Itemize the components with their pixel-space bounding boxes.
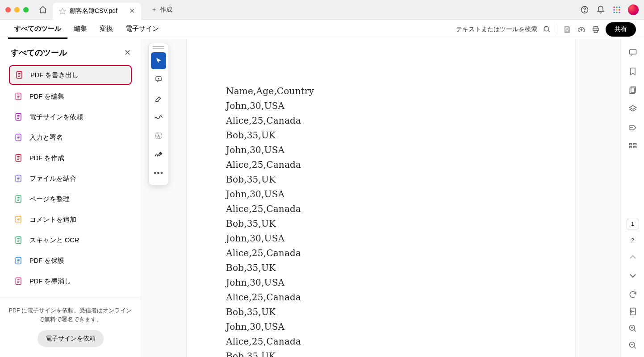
save-icon[interactable] — [563, 25, 572, 34]
draw-tool[interactable] — [151, 108, 166, 125]
document-text-line: John,30,USA — [226, 187, 536, 202]
comment-panel-icon[interactable] — [627, 47, 638, 58]
user-avatar[interactable] — [628, 4, 639, 15]
notification-icon[interactable] — [596, 5, 606, 15]
document-text-line: Alice,25,Canada — [226, 202, 536, 216]
redact-pdf-tool[interactable]: PDF を墨消し — [9, 272, 132, 290]
fill-sign-tool[interactable]: 入力と署名 — [9, 129, 132, 146]
svg-rect-42 — [633, 146, 636, 148]
redact-pdf-icon — [14, 277, 23, 286]
fit-width-icon[interactable] — [627, 306, 638, 317]
home-button[interactable] — [37, 4, 49, 16]
request-esign-button[interactable]: 電子サインを依頼 — [38, 330, 104, 347]
bookmark-panel-icon[interactable] — [627, 66, 638, 77]
tool-label: PDF を保護 — [29, 257, 64, 265]
sign-tool[interactable] — [151, 146, 166, 163]
document-text-line: John,30,USA — [226, 275, 536, 290]
document-text-line: Alice,25,Canada — [226, 113, 536, 128]
close-window-button[interactable] — [5, 7, 11, 12]
add-comment-tool[interactable]: コメントを追加 — [9, 211, 132, 228]
create-pdf-tool[interactable]: PDF を作成 — [9, 149, 132, 167]
export-pdf-tool[interactable]: PDF を書き出し — [9, 65, 132, 85]
svg-point-2 — [584, 11, 585, 12]
add-comment-icon — [14, 215, 23, 224]
select-tool[interactable] — [151, 52, 166, 69]
svg-point-12 — [544, 26, 549, 31]
page-up-button[interactable] — [627, 252, 638, 262]
highlight-tool[interactable] — [151, 90, 166, 107]
compress-pdf-tool[interactable]: PDF を圧縮 — [9, 293, 132, 298]
document-text-line: Bob,35,UK — [226, 216, 536, 231]
document-page: Name,Age,CountryJohn,30,USAAlice,25,Cana… — [187, 39, 575, 357]
document-text-line: John,30,USA — [226, 143, 536, 158]
zoom-out-icon[interactable] — [627, 340, 638, 351]
print-icon[interactable] — [591, 25, 600, 34]
toolbox-drag-handle[interactable] — [153, 46, 164, 49]
document-viewport[interactable]: Name,Age,CountryJohn,30,USAAlice,25,Cana… — [141, 39, 621, 357]
apps-icon[interactable] — [612, 5, 622, 15]
create-pdf-icon — [14, 154, 23, 162]
svg-point-3 — [614, 6, 615, 8]
plus-icon: ＋ — [151, 6, 157, 14]
menu-item[interactable]: 電子サイン — [119, 20, 165, 39]
tags-panel-icon[interactable] — [627, 122, 638, 133]
tool-label: 入力と署名 — [29, 133, 63, 142]
zoom-in-icon[interactable] — [627, 323, 638, 334]
cloud-upload-icon[interactable] — [577, 25, 586, 34]
document-text-line: Bob,35,UK — [226, 128, 536, 143]
organize-pages-tool[interactable]: ページを整理 — [9, 190, 132, 208]
organize-pages-icon — [14, 195, 23, 203]
edit-pdf-tool[interactable]: PDF を編集 — [9, 87, 132, 105]
svg-rect-36 — [629, 50, 636, 54]
sidebar-footer-text: PDF に電子サインを依頼。受信者はオンラインで無料で署名できます。 — [8, 306, 133, 324]
search-hint[interactable]: テキストまたはツールを検索 — [456, 25, 537, 33]
svg-point-8 — [619, 9, 620, 10]
tab-close-button[interactable]: ✕ — [129, 7, 135, 15]
sidebar-close-button[interactable]: ✕ — [124, 48, 131, 58]
tool-label: PDF を書き出し — [30, 71, 79, 79]
layers-panel-icon[interactable] — [627, 104, 638, 114]
maximize-window-button[interactable] — [23, 7, 29, 12]
minimize-window-button[interactable] — [14, 7, 20, 12]
svg-point-6 — [614, 9, 615, 10]
star-icon[interactable] — [59, 8, 66, 15]
annotation-toolbox[interactable]: A ••• — [148, 43, 169, 186]
tool-label: コメントを追加 — [29, 216, 76, 224]
current-page-value: 1 — [631, 221, 634, 227]
page-indicator-current[interactable]: 1 — [627, 219, 639, 229]
request-esign-tool[interactable]: 電子サインを依頼 — [9, 108, 132, 126]
search-icon[interactable] — [543, 25, 552, 34]
comment-tool[interactable] — [151, 71, 166, 88]
document-text-line: Bob,35,UK — [226, 261, 536, 275]
tool-label: ファイルを結合 — [29, 174, 76, 183]
svg-rect-39 — [629, 143, 631, 145]
pages-panel-icon[interactable] — [627, 85, 638, 95]
page-down-button[interactable] — [627, 270, 638, 281]
right-rail: 1 2 — [621, 39, 644, 357]
document-tab[interactable]: 顧客名簿CSV.pdf ✕ — [53, 3, 141, 20]
menubar: すべてのツール編集変換電子サイン テキストまたはツールを検索 共有 — [0, 20, 644, 39]
scan-ocr-tool[interactable]: スキャンと OCR — [9, 231, 132, 249]
protect-pdf-tool[interactable]: PDF を保護 — [9, 252, 132, 270]
rotate-icon[interactable] — [627, 289, 638, 300]
svg-rect-40 — [633, 143, 636, 145]
structure-panel-icon[interactable] — [627, 141, 638, 152]
combine-files-icon — [14, 174, 23, 183]
share-button-label: 共有 — [615, 25, 627, 33]
text-select-tool[interactable]: A — [151, 127, 166, 144]
tool-list: PDF を書き出しPDF を編集電子サインを依頼入力と署名PDF を作成ファイル… — [0, 62, 141, 298]
menu-item[interactable]: すべてのツール — [8, 20, 67, 39]
document-text-line: John,30,USA — [226, 320, 536, 334]
document-text-line: Bob,35,UK — [226, 172, 536, 187]
sidebar-footer: PDF に電子サインを依頼。受信者はオンラインで無料で署名できます。 電子サイン… — [0, 298, 141, 357]
edit-pdf-icon — [14, 92, 23, 101]
ellipsis-icon: ••• — [154, 169, 163, 178]
menu-item[interactable]: 変換 — [93, 20, 119, 39]
combine-files-tool[interactable]: ファイルを結合 — [9, 170, 132, 187]
new-tab-button[interactable]: ＋ 作成 — [146, 3, 178, 17]
new-tab-label: 作成 — [160, 6, 172, 14]
more-tools-button[interactable]: ••• — [151, 165, 166, 182]
menu-item[interactable]: 編集 — [67, 20, 93, 39]
help-icon[interactable] — [580, 5, 590, 15]
share-button[interactable]: 共有 — [606, 22, 636, 37]
